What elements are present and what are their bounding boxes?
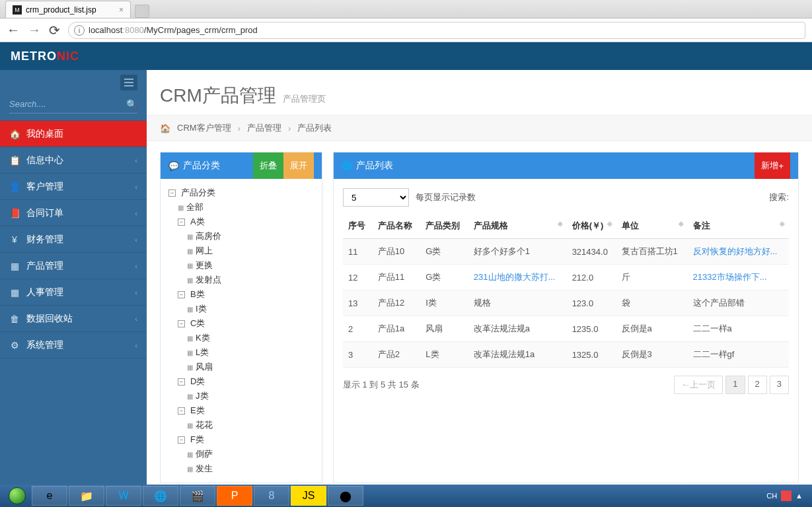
table-row[interactable]: 12产品11G类231山地的撒大苏打...212.0斤21332市场操作下...	[343, 265, 789, 290]
prev-page-button[interactable]: ←上一页	[674, 376, 723, 394]
tree-node[interactable]: −B类	[168, 287, 314, 302]
tree-node[interactable]: ▦花花	[168, 418, 314, 432]
collapse-button[interactable]: 折叠	[253, 152, 283, 179]
tree-toggle-icon[interactable]: −	[178, 378, 185, 386]
nav-label: 客户管理	[26, 181, 63, 193]
table-row[interactable]: 11产品10G类好多个好多个1321434.0复古百搭工坊1反对恢复的好地方好.…	[343, 239, 789, 265]
reload-button[interactable]: ⟳	[49, 22, 60, 38]
tree-node[interactable]: ▦更换	[168, 258, 314, 273]
taskbar-app[interactable]: 8	[254, 486, 289, 506]
sidebar-item[interactable]: ⚙系统管理‹	[0, 332, 147, 358]
taskbar-app[interactable]: JS	[291, 486, 326, 506]
back-button[interactable]: ←	[7, 22, 20, 38]
tree-node[interactable]: −E类	[168, 403, 314, 418]
taskbar-app[interactable]: ⬤	[328, 486, 363, 506]
taskbar-app[interactable]: 🎬	[180, 486, 215, 506]
column-header[interactable]: 产品规格◆	[468, 213, 567, 239]
system-tray[interactable]: CH ▲	[766, 490, 808, 501]
expand-button[interactable]: 展开	[283, 152, 314, 179]
note-link[interactable]: 反对恢复的好地方好...	[693, 246, 778, 256]
tree-toggle-icon[interactable]: −	[178, 436, 185, 444]
breadcrumb-link[interactable]: 产品管理	[247, 122, 281, 134]
tree-node[interactable]: −A类	[168, 215, 314, 229]
start-button[interactable]	[4, 486, 30, 506]
search-icon[interactable]: 🔍	[126, 99, 137, 110]
tree-node[interactable]: ▦网上	[168, 244, 314, 258]
sidebar-item[interactable]: 🗑数据回收站‹	[0, 306, 147, 332]
tree-node[interactable]: ▦风扇	[168, 360, 314, 374]
column-header[interactable]: 序号	[343, 213, 373, 239]
column-header[interactable]: 备注◆	[688, 213, 789, 239]
menu-toggle-icon[interactable]	[120, 75, 137, 90]
column-header[interactable]: 单位◆	[616, 213, 688, 239]
taskbar-app[interactable]: 📁	[69, 486, 104, 506]
nav-icon: ▦	[9, 287, 20, 298]
tree-node[interactable]: ▦全部	[168, 200, 314, 215]
category-tree: −产品分类▦全部−A类▦高房价▦网上▦更换▦发射点−B类▦I类−C类▦K类▦L类…	[161, 179, 322, 483]
tree-node[interactable]: ▦I类	[168, 302, 314, 316]
sidebar-item[interactable]: 📕合同订单‹	[0, 200, 147, 226]
tree-node[interactable]: ▦J类	[168, 389, 314, 403]
tree-node[interactable]: −C类	[168, 316, 314, 331]
new-tab-button[interactable]	[135, 5, 149, 18]
taskbar-app[interactable]: 🌐	[143, 486, 178, 506]
tray-icon[interactable]	[781, 490, 792, 501]
nav-icon: ¥	[9, 234, 20, 245]
cell-name: 产品10	[373, 239, 421, 265]
sidebar-item[interactable]: 👤客户管理‹	[0, 174, 147, 200]
tree-node[interactable]: ▦倒萨	[168, 447, 314, 461]
breadcrumb-sep: ›	[238, 123, 240, 133]
logo[interactable]: METRONIC	[11, 50, 79, 63]
tree-toggle-icon[interactable]: −	[178, 320, 185, 327]
url-input[interactable]: i localhost:8080/MyCrm/pages_crm/crm_pro…	[68, 22, 805, 39]
tree-label: 发射点	[196, 274, 221, 286]
tree-node[interactable]: ▦L类	[168, 345, 314, 360]
tray-icon[interactable]: ▲	[795, 492, 803, 500]
url-path: /MyCrm/pages_crm/crm_prod	[144, 25, 258, 35]
sidebar-item[interactable]: 🏠我的桌面	[0, 121, 147, 147]
column-header[interactable]: 价格(￥)◆	[567, 213, 616, 239]
tree-toggle-icon[interactable]: −	[178, 407, 185, 415]
taskbar-app[interactable]: W	[106, 486, 141, 506]
sidebar-item[interactable]: ▦人事管理‹	[0, 279, 147, 306]
table-row[interactable]: 2产品1a风扇改革法规法规a1235.0反倒是a二二一样a	[343, 316, 789, 342]
tree-node[interactable]: −F类	[168, 432, 314, 447]
table-row[interactable]: 13产品12I类规格123.0袋这个产品部错	[343, 290, 789, 316]
tree-node[interactable]: ▦发射点	[168, 273, 314, 287]
spec-link[interactable]: 231山地的撒大苏打...	[474, 272, 556, 282]
tree-node[interactable]: −产品分类	[168, 186, 314, 200]
home-icon[interactable]: 🏠	[160, 123, 170, 133]
taskbar-app[interactable]: e	[32, 486, 67, 506]
nav-icon: 📋	[9, 155, 20, 166]
taskbar-app[interactable]: P	[217, 486, 252, 506]
forward-button[interactable]: →	[28, 22, 41, 38]
sidebar-item[interactable]: ¥财务管理‹	[0, 226, 147, 253]
tree-node[interactable]: ▦发生	[168, 461, 314, 476]
sidebar-item[interactable]: ▦产品管理‹	[0, 253, 147, 279]
info-icon[interactable]: i	[74, 25, 85, 36]
search-input[interactable]	[9, 95, 126, 113]
tree-label: 全部	[186, 201, 203, 213]
tree-node[interactable]: ▦K类	[168, 331, 314, 345]
note-link[interactable]: 21332市场操作下...	[693, 272, 767, 282]
page-button[interactable]: 1	[725, 376, 745, 394]
tree-toggle-icon[interactable]: −	[178, 291, 185, 298]
page-size-select[interactable]: 5	[343, 188, 409, 207]
ime-indicator[interactable]: CH	[766, 492, 777, 500]
column-header[interactable]: 产品类别	[420, 213, 468, 239]
page-button[interactable]: 2	[748, 376, 767, 394]
tree-node[interactable]: ▦高房价	[168, 229, 314, 244]
tree-toggle-icon[interactable]: −	[178, 219, 185, 226]
sidebar-item[interactable]: 📋信息中心‹	[0, 147, 147, 174]
cell-seq: 2	[343, 316, 373, 342]
page-button[interactable]: 3	[770, 376, 789, 394]
breadcrumb-link[interactable]: CRM客户管理	[177, 122, 231, 134]
tree-toggle-icon[interactable]: −	[168, 189, 176, 197]
browser-tab[interactable]: M crm_product_list.jsp ×	[5, 1, 131, 18]
column-header[interactable]: 产品名称	[373, 213, 421, 239]
tree-label: J类	[196, 390, 209, 402]
tree-node[interactable]: −D类	[168, 374, 314, 389]
tab-close-icon[interactable]: ×	[119, 5, 124, 15]
table-row[interactable]: 3产品2L类改革法规法规1a1325.0反倒是3二二一样gf	[343, 342, 789, 368]
add-button[interactable]: 新增 +	[755, 152, 790, 179]
